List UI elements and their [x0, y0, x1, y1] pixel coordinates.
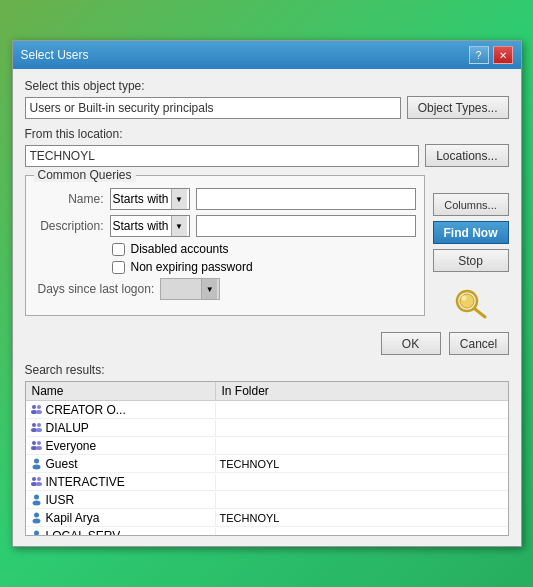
result-name-cell: Everyone [26, 438, 216, 454]
common-queries-content: Name: Starts with ▼ Description: Starts … [34, 188, 416, 300]
queries-section: Common Queries Name: Starts with ▼ Descr… [25, 175, 509, 324]
description-input[interactable] [196, 215, 416, 237]
results-rows: CREATOR O... DIALUP Everyone GuestTECHNO… [26, 401, 508, 536]
result-name-text: IUSR [46, 493, 75, 507]
description-label: Description: [34, 219, 104, 233]
result-name-cell: CREATOR O... [26, 402, 216, 418]
name-label: Name: [34, 192, 104, 206]
nonexpiring-checkbox[interactable] [112, 261, 125, 274]
result-row[interactable]: LOCAL SERV... [26, 527, 508, 536]
svg-point-18 [32, 477, 36, 481]
ok-cancel-row: OK Cancel [25, 332, 509, 355]
result-row[interactable]: DIALUP [26, 419, 508, 437]
description-dropdown[interactable]: Starts with ▼ [110, 215, 190, 237]
result-name-text: LOCAL SERV... [46, 529, 130, 537]
ok-button[interactable]: OK [381, 332, 441, 355]
results-header: Name In Folder [26, 382, 508, 401]
result-row[interactable]: INTERACTIVE [26, 473, 508, 491]
close-button[interactable]: ✕ [493, 46, 513, 64]
svg-point-25 [32, 519, 40, 524]
result-folder-cell [216, 481, 508, 483]
result-name-text: DIALUP [46, 421, 89, 435]
svg-point-11 [36, 428, 42, 432]
svg-point-10 [37, 423, 41, 427]
svg-point-23 [32, 501, 40, 506]
user-icon [30, 421, 43, 434]
svg-point-22 [34, 495, 39, 500]
user-icon [30, 529, 43, 536]
result-folder-cell: TECHNOYL [216, 457, 508, 471]
title-bar: Select Users ? ✕ [13, 41, 521, 69]
svg-line-2 [475, 309, 485, 317]
common-queries-group: Common Queries Name: Starts with ▼ Descr… [25, 175, 425, 316]
name-dropdown-arrow: ▼ [171, 189, 187, 209]
description-field-row: Description: Starts with ▼ [34, 215, 416, 237]
svg-point-14 [37, 441, 41, 445]
svg-point-26 [34, 531, 39, 536]
common-queries-tab: Common Queries [34, 168, 136, 182]
object-type-row: Object Types... [25, 96, 509, 119]
svg-point-4 [32, 405, 36, 409]
dialog-title: Select Users [21, 48, 89, 62]
disabled-accounts-row: Disabled accounts [34, 242, 416, 256]
location-row: Locations... [25, 144, 509, 167]
column-folder-header: In Folder [216, 382, 508, 400]
result-name-text: Guest [46, 457, 78, 471]
days-dropdown-arrow: ▼ [201, 279, 217, 299]
results-container[interactable]: Name In Folder CREATOR O... DIALUP Ev [25, 381, 509, 536]
right-buttons-panel: Columns... Find Now Stop [433, 175, 509, 324]
name-input[interactable] [196, 188, 416, 210]
user-icon [30, 439, 43, 452]
object-types-button[interactable]: Object Types... [407, 96, 509, 119]
result-folder-cell [216, 499, 508, 501]
days-row: Days since last logon: ▼ [34, 278, 416, 300]
user-icon [30, 475, 43, 488]
location-input[interactable] [25, 145, 420, 167]
object-type-input[interactable] [25, 97, 401, 119]
svg-point-7 [36, 410, 42, 414]
title-bar-left: Select Users [21, 48, 89, 62]
result-name-cell: LOCAL SERV... [26, 528, 216, 537]
user-icon [30, 493, 43, 506]
find-now-button[interactable]: Find Now [433, 221, 509, 244]
result-row[interactable]: GuestTECHNOYL [26, 455, 508, 473]
result-name-cell: IUSR [26, 492, 216, 508]
search-icon-area [433, 285, 509, 324]
name-field-row: Name: Starts with ▼ [34, 188, 416, 210]
result-row[interactable]: CREATOR O... [26, 401, 508, 419]
svg-point-24 [34, 513, 39, 518]
user-icon [30, 511, 43, 524]
svg-point-8 [32, 423, 36, 427]
result-folder-cell [216, 409, 508, 411]
svg-point-16 [34, 459, 39, 464]
cancel-button[interactable]: Cancel [449, 332, 509, 355]
location-group: From this location: Locations... [25, 127, 509, 167]
days-dropdown[interactable]: ▼ [160, 278, 220, 300]
locations-button[interactable]: Locations... [425, 144, 508, 167]
svg-point-6 [37, 405, 41, 409]
disabled-accounts-label: Disabled accounts [131, 242, 229, 256]
name-dropdown[interactable]: Starts with ▼ [110, 188, 190, 210]
disabled-accounts-checkbox[interactable] [112, 243, 125, 256]
object-type-group: Select this object type: Object Types... [25, 79, 509, 119]
nonexpiring-row: Non expiring password [34, 260, 416, 274]
description-dropdown-arrow: ▼ [171, 216, 187, 236]
result-name-text: INTERACTIVE [46, 475, 125, 489]
user-icon [30, 403, 43, 416]
result-name-cell: DIALUP [26, 420, 216, 436]
svg-point-1 [460, 294, 474, 308]
location-label: From this location: [25, 127, 509, 141]
search-results-section: Search results: Name In Folder CREATOR O… [25, 363, 509, 536]
help-button[interactable]: ? [469, 46, 489, 64]
search-results-label: Search results: [25, 363, 509, 377]
stop-button[interactable]: Stop [433, 249, 509, 272]
result-folder-cell [216, 445, 508, 447]
columns-button[interactable]: Columns... [433, 193, 509, 216]
result-name-text: CREATOR O... [46, 403, 126, 417]
title-bar-right: ? ✕ [469, 46, 513, 64]
result-name-cell: INTERACTIVE [26, 474, 216, 490]
days-label: Days since last logon: [38, 282, 155, 296]
result-row[interactable]: Everyone [26, 437, 508, 455]
result-row[interactable]: IUSR [26, 491, 508, 509]
result-row[interactable]: Kapil AryaTECHNOYL [26, 509, 508, 527]
